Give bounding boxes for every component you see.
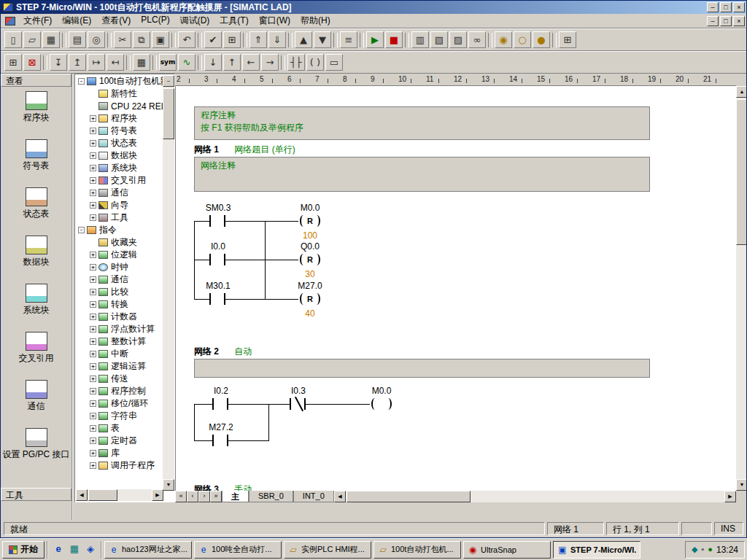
- line-left-button[interactable]: ←: [242, 54, 260, 71]
- tree-expand-box[interactable]: +: [90, 363, 96, 370]
- menu-item[interactable]: 编辑(E): [57, 13, 96, 28]
- options-button[interactable]: ≡: [340, 31, 357, 48]
- menu-item[interactable]: 查看(V): [96, 13, 136, 28]
- line-up-button[interactable]: ↑: [223, 54, 241, 71]
- insert-row-button[interactable]: ↧: [50, 54, 67, 71]
- unforce-button[interactable]: ○: [514, 31, 531, 48]
- tree-item-cpu[interactable]: CPU 224 REL 02.01: [76, 100, 163, 112]
- tree-item-integer-math[interactable]: + 整数计算: [76, 335, 163, 348]
- tree-expand-box[interactable]: +: [90, 400, 96, 407]
- force-button[interactable]: ◉: [495, 31, 512, 48]
- reset-coil-m27-0[interactable]: R: [298, 292, 322, 306]
- menu-item[interactable]: 窗口(W): [254, 13, 295, 28]
- tab-scroll-button[interactable]: »: [210, 491, 222, 502]
- tree-expand-box[interactable]: +: [90, 388, 96, 394]
- tree-expand-box[interactable]: +: [90, 462, 96, 469]
- tree-vertical-scrollbar[interactable]: – ▼: [163, 75, 174, 491]
- tree-item-timers[interactable]: + 定时器: [76, 435, 163, 447]
- output-coil-m0-0[interactable]: [370, 397, 393, 411]
- tree-expand-box[interactable]: +: [90, 152, 96, 159]
- scroll-left-icon[interactable]: ◀: [334, 491, 346, 502]
- tree-item-program-control[interactable]: + 程序控制: [76, 385, 163, 397]
- line-down-button[interactable]: ↓: [204, 54, 222, 71]
- tree-expand-box[interactable]: +: [90, 165, 96, 171]
- taskbar-button-100t[interactable]: ▱ 100t自动打包机...: [374, 541, 461, 559]
- paste-button[interactable]: ▣: [152, 31, 169, 48]
- contact-i0-0[interactable]: [209, 254, 225, 265]
- network-2-comment-box[interactable]: [194, 359, 650, 378]
- tree-item-wizards[interactable]: + 向导: [76, 199, 163, 211]
- tab-scroll-button[interactable]: ›: [198, 491, 210, 502]
- insert-coil-button[interactable]: ( ): [306, 54, 324, 71]
- quicklaunch-media-icon[interactable]: ◈: [83, 542, 98, 557]
- scroll-down-icon[interactable]: ▼: [163, 479, 174, 491]
- editor-hscroll-thumb[interactable]: [347, 491, 471, 502]
- tree-item-whats-new[interactable]: 新特性: [76, 88, 163, 100]
- scroll-up-icon[interactable]: –: [163, 75, 174, 87]
- read-all-forced-button[interactable]: ●: [533, 31, 550, 48]
- tree-item-comm[interactable]: + 通信: [76, 273, 163, 286]
- tree-expand-box[interactable]: +: [90, 177, 96, 184]
- save-button[interactable]: ▦: [42, 31, 60, 48]
- tree-item-system-block[interactable]: + 系统块: [76, 162, 163, 174]
- contact-i0-2[interactable]: [212, 398, 228, 410]
- contact-m27-2[interactable]: [212, 435, 228, 446]
- mdi-minimize-button[interactable]: –: [707, 16, 719, 26]
- taskbar-button-plc-hmi[interactable]: ▱ 实例PLC HMI程...: [284, 541, 371, 559]
- scroll-left-icon[interactable]: ◀: [76, 489, 88, 501]
- scroll-right-icon[interactable]: ▶: [724, 491, 736, 502]
- contact-sm0-3[interactable]: [209, 215, 225, 227]
- tree-expand-box[interactable]: +: [90, 190, 96, 196]
- sym-toggle-button[interactable]: sym: [159, 54, 177, 71]
- scroll-up-icon[interactable]: ▲: [736, 86, 746, 98]
- tree-expand-box[interactable]: +: [90, 438, 96, 444]
- tree-expand-box[interactable]: +: [90, 264, 96, 271]
- undo-button[interactable]: ↶: [178, 31, 196, 48]
- insert-network-button[interactable]: ⊞: [4, 54, 22, 71]
- navigation-bar-header-view[interactable]: 查看: [1, 74, 71, 87]
- tree-expand-box[interactable]: +: [90, 214, 96, 221]
- editor-vscroll-track[interactable]: [736, 98, 746, 479]
- tree-expand-box[interactable]: +: [90, 413, 96, 419]
- tree-item-string[interactable]: + 字符串: [76, 410, 163, 422]
- tree-item-clock[interactable]: + 时钟: [76, 261, 163, 273]
- glasses-status-button[interactable]: ∞: [468, 31, 486, 48]
- print-button[interactable]: ▤: [69, 31, 86, 48]
- tree-expand-box[interactable]: +: [90, 289, 96, 295]
- tree-expand-box[interactable]: +: [90, 202, 96, 209]
- tree-item-instructions[interactable]: - 指令: [76, 224, 163, 236]
- symbol-table-button[interactable]: ⊞: [559, 31, 576, 48]
- viewbar-item-cross-reference[interactable]: 交叉引用: [1, 332, 71, 380]
- tree-item-shift-rotate[interactable]: + 移位/循环: [76, 397, 163, 410]
- tab-main[interactable]: 主: [222, 491, 249, 502]
- menu-item[interactable]: PLC(P): [136, 13, 174, 28]
- scroll-right-icon[interactable]: ▶: [152, 489, 163, 501]
- grid-toggle-button[interactable]: ▦: [133, 54, 150, 71]
- tree-item-counters[interactable]: + 计数器: [76, 311, 163, 323]
- viewbar-item-system-block[interactable]: 系统块: [1, 284, 71, 332]
- viewbar-item-data-block[interactable]: 数据块: [1, 236, 71, 284]
- tree-item-program-block[interactable]: + 程序块: [76, 112, 163, 125]
- tree-expand-box[interactable]: -: [78, 78, 85, 85]
- taskbar-button-step7[interactable]: ▣ STEP 7-Micro/WI...: [553, 541, 640, 559]
- tree-expand-box[interactable]: +: [90, 376, 96, 382]
- menu-item[interactable]: 调试(D): [175, 13, 215, 28]
- tree-item-favorites[interactable]: 收藏夹: [76, 236, 163, 249]
- tab-int0[interactable]: INT_0: [293, 491, 334, 502]
- program-status-button[interactable]: ▥: [411, 31, 429, 48]
- compile-all-button[interactable]: ⊞: [223, 31, 241, 48]
- menu-item[interactable]: 文件(F): [18, 13, 57, 28]
- viewbar-item-symbol-table[interactable]: 符号表: [1, 139, 71, 187]
- taskbar-button-ultrasnap[interactable]: ◉ UltraSnap: [463, 541, 551, 559]
- copy-button[interactable]: ⧉: [133, 31, 150, 48]
- quicklaunch-desktop-icon[interactable]: ▦: [67, 542, 82, 557]
- compile-button[interactable]: ✔: [204, 31, 222, 48]
- minimize-button[interactable]: –: [707, 2, 719, 12]
- insert-contact-button[interactable]: ┤├: [287, 54, 305, 71]
- editor-horizontal-scrollbar[interactable]: ◀ ▶: [334, 491, 736, 502]
- tree-item-cross-reference[interactable]: + 交叉引用: [76, 174, 163, 187]
- mdi-restore-button[interactable]: □: [720, 16, 732, 26]
- mdi-close-button[interactable]: ×: [733, 16, 745, 26]
- tree-expand-box[interactable]: +: [90, 450, 96, 456]
- stop-button[interactable]: ■: [385, 31, 403, 48]
